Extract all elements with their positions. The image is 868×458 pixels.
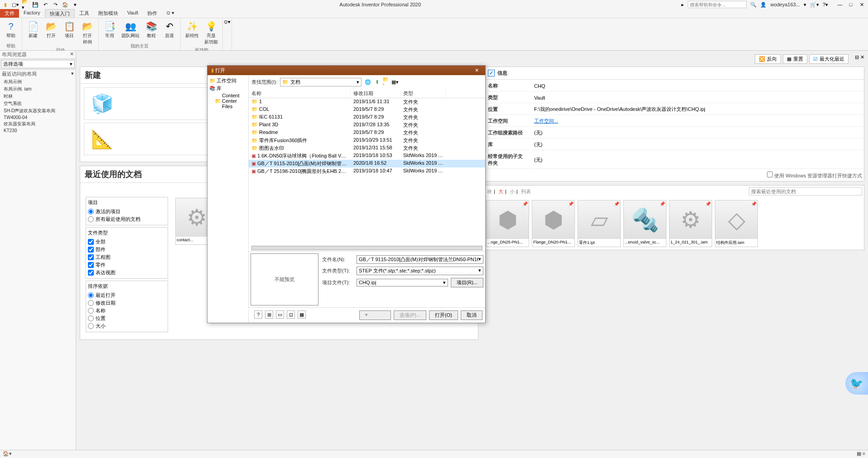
layout-item[interactable]: 布局示例. iam (0, 86, 76, 93)
status-right[interactable]: ▦ ≡ (857, 451, 865, 457)
file-row[interactable]: ▣ 1.6K-DN50浮动球球阀（Floting Ball Value）2019… (249, 152, 485, 160)
explorer-checkbox[interactable]: 使用 Windows 资源管理器打开快捷方式 (767, 173, 862, 178)
layout-item[interactable]: 布局示例 (0, 78, 76, 86)
thumb-tile[interactable]: ⚙📌1_24_021_301_.iam (669, 200, 712, 247)
filter-part[interactable]: 零件 (88, 261, 166, 269)
file-row[interactable]: 📁 图图去水印2019/12/31 15:58文件夹 (249, 144, 485, 152)
nav-newfolder-icon[interactable]: 📁* (382, 79, 390, 86)
user-label[interactable]: wodeya163... (770, 2, 800, 7)
search-recent-input[interactable] (749, 187, 862, 196)
layout-item[interactable]: 吹灰器安装布局 (0, 120, 76, 128)
newfeature-button[interactable]: ✨新特性 (183, 19, 201, 46)
tree-workspace[interactable]: 📁 工作空间 (209, 77, 246, 85)
tab-vault[interactable]: Vault (123, 9, 143, 18)
file-row[interactable]: ▣ GB／T 9115-2010[凸面(M)对焊钢制管法兰DN50-...202… (249, 160, 485, 167)
info-checkbox[interactable]: ✓ (488, 70, 495, 76)
filter-drawing[interactable]: 工程图 (88, 253, 166, 261)
tab-collab[interactable]: 协作 (143, 9, 162, 18)
open-button[interactable]: 📂打开 (43, 19, 59, 46)
back-button[interactable]: ↶后退 (161, 19, 178, 40)
thumb-tile[interactable]: ▱📌零件1.ipt (578, 200, 621, 247)
qat-dropdown-icon[interactable]: ▾ (72, 1, 79, 8)
flip-button[interactable]: 🔀 反向 (755, 54, 781, 64)
open-button[interactable]: 打开(O) (429, 310, 458, 320)
thumb-tile[interactable]: ◇📌结构件应用.iam (715, 200, 758, 247)
undo-icon[interactable]: ↶ (42, 1, 49, 8)
file-row[interactable]: ▣ GB／T 25198-2010[椭圆形封头EHB 219×6]2019/10… (249, 167, 485, 175)
thumb-tile[interactable]: 🔩📌...enoid_valve_sc... (623, 200, 666, 247)
tutorial-button[interactable]: 📚教程 (143, 19, 159, 40)
lookin-combo[interactable]: 📁文档▾ (280, 78, 362, 86)
home-icon[interactable]: 🏠 (62, 1, 69, 8)
view-big[interactable]: 大 (497, 189, 505, 194)
tab-addons[interactable]: 附加模块 (94, 9, 123, 18)
footer-icon-5[interactable]: ▦ (298, 310, 306, 319)
cancel-button[interactable]: 取消 (461, 310, 482, 320)
team-button[interactable]: 👥团队网站 (120, 19, 141, 40)
close-button[interactable]: ✕ (857, 1, 866, 8)
options-button[interactable]: 选项(P)... (394, 310, 426, 320)
open-sample-button[interactable]: 📂打开 样例 (79, 19, 96, 46)
ribbon-collapse[interactable]: ⊙▾ (223, 18, 232, 50)
help-icon[interactable]: ?▾ (823, 2, 828, 8)
view-list[interactable]: 列表 (519, 189, 533, 194)
file-row[interactable]: 📁 IEC 611312019/5/7 8:29文件夹 (249, 114, 485, 121)
reset-button[interactable]: ▦ 重置 (783, 54, 807, 64)
file-row[interactable]: 📁 零件库Fusion360插件2019/10/29 13:51文件夹 (249, 137, 485, 144)
new-button[interactable]: 📄新建 (25, 19, 41, 46)
filter-presentation[interactable]: 表达视图 (88, 269, 166, 277)
tab-tools[interactable]: 工具 (75, 9, 94, 18)
layout-item[interactable]: 空气系统 (0, 100, 76, 107)
layout-item[interactable]: SH-D声波吹灰器安装布局 (0, 107, 76, 114)
panel-close[interactable]: ✕ (70, 51, 74, 58)
new-icon[interactable]: ▢▾ (12, 1, 19, 8)
help-search-input[interactable] (688, 1, 747, 8)
layout-item[interactable]: KT230 (0, 128, 76, 134)
minimize-button[interactable]: — (835, 1, 844, 8)
file-row[interactable]: 📁 Readme2019/5/7 8:29文件夹 (249, 129, 485, 137)
cart-icon[interactable]: 🛒▾ (810, 2, 819, 8)
sort-size[interactable]: 大小 (88, 322, 166, 330)
file-row[interactable]: 📁 COL2019/5/7 8:29文件夹 (249, 106, 485, 114)
sort-recent[interactable]: 最近打开 (88, 291, 166, 299)
col-date[interactable]: 修改日期 (351, 89, 400, 98)
highlight-button[interactable]: 💡亮显 新功能 (203, 19, 220, 46)
nav-web-icon[interactable]: 🌐 (364, 79, 371, 86)
save-icon[interactable]: 💾 (32, 1, 39, 8)
filter-assembly[interactable]: 部件 (88, 246, 166, 253)
maximize-button[interactable]: 最大化最近 (809, 54, 849, 64)
nav-up-icon[interactable]: ⬆ (373, 79, 381, 86)
sort-name[interactable]: 名称 (88, 307, 166, 315)
info-workspace-link[interactable]: 工作空间... (534, 118, 558, 124)
user-icon[interactable]: 👤 (760, 2, 767, 8)
floating-assistant[interactable]: 🐦 (845, 372, 868, 395)
layout-item[interactable]: TW4000-04 (0, 114, 76, 120)
footer-icon-4[interactable]: ⊡ (287, 310, 295, 319)
thumb-tile[interactable]: ⬢📌...nge_DN25-PN1... (486, 200, 529, 247)
project-combo[interactable]: CHQ.ipj▾ (357, 279, 448, 286)
tab-bullet[interactable]: ⊙ ▾ (162, 9, 179, 18)
filename-input[interactable]: GB／T 9115-2010[凸面(M)对焊钢制管法兰DN50-PN16 II]… (357, 255, 483, 264)
status-home[interactable]: 🏠▾ (3, 451, 12, 456)
search-icon[interactable]: 🔍 (750, 2, 757, 8)
footer-icon-1[interactable]: ? (254, 310, 262, 319)
collapse-panel-button[interactable]: ⊟ ✕ (855, 54, 864, 64)
horizontal-scrollbar[interactable] (251, 246, 482, 250)
restore-button[interactable]: □ (846, 1, 855, 8)
open-icon[interactable]: 📂▾ (22, 1, 29, 8)
sort-position[interactable]: 位置 (88, 315, 166, 322)
project-button[interactable]: 📋项目 (61, 19, 77, 46)
col-name[interactable]: 名称 (249, 89, 351, 98)
filter-all-recent[interactable]: 所有最近使用的文档 (88, 215, 166, 223)
tab-file[interactable]: 文件 (0, 9, 19, 18)
col-type[interactable]: 类型 (400, 89, 446, 98)
layout-item[interactable]: 时林 (0, 93, 76, 100)
footer-icon-2[interactable]: ⊞ (265, 310, 273, 319)
filter-active[interactable]: 激活的项目 (88, 208, 166, 215)
redo-icon[interactable]: ↷ (52, 1, 59, 8)
help-button[interactable]: ?帮助 (3, 19, 19, 40)
nav-view-icon[interactable]: ▦▾ (391, 79, 399, 86)
sort-date[interactable]: 修改日期 (88, 299, 166, 307)
tree-library[interactable]: 📚 库 (209, 85, 246, 92)
tree-ccf[interactable]: 📁 Content Center Files (209, 92, 246, 110)
